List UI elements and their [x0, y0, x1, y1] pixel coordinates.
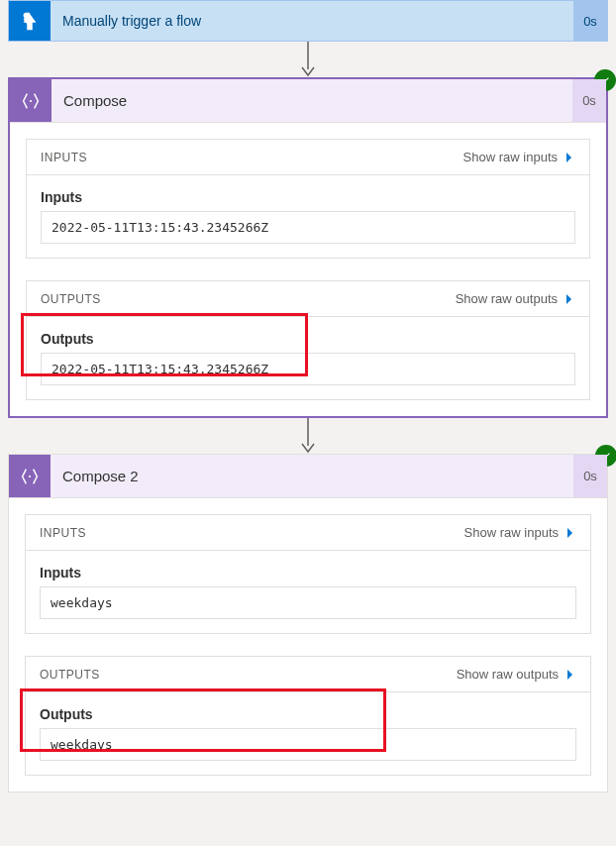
trigger-card[interactable]: Manually trigger a flow 0s: [8, 0, 608, 42]
outputs-panel: OUTPUTS Show raw outputs Outputs 2022-05…: [26, 280, 590, 400]
raw-link-label: Show raw outputs: [457, 667, 559, 682]
svg-point-3: [30, 99, 32, 101]
outputs-value: weekdays: [40, 728, 576, 761]
outputs-header: OUTPUTS: [41, 292, 101, 306]
chevron-right-icon: [564, 293, 575, 305]
inputs-value: weekdays: [40, 586, 576, 619]
trigger-duration: 0s: [573, 1, 607, 41]
inputs-header: INPUTS: [40, 526, 86, 540]
show-raw-outputs-link[interactable]: Show raw outputs: [457, 667, 576, 682]
show-raw-inputs-link[interactable]: Show raw inputs: [464, 525, 576, 540]
compose-card[interactable]: Compose 0s INPUTS Show raw inputs Inputs…: [8, 77, 608, 418]
compose-icon: [10, 79, 51, 122]
chevron-right-icon: [564, 152, 575, 163]
outputs-field-label: Outputs: [41, 331, 575, 347]
action-header[interactable]: Compose 2 0s: [9, 455, 607, 498]
raw-link-label: Show raw inputs: [463, 150, 558, 164]
chevron-right-icon: [565, 669, 576, 681]
outputs-panel: OUTPUTS Show raw outputs Outputs weekday…: [25, 656, 591, 776]
flow-arrow: [8, 418, 608, 454]
show-raw-outputs-link[interactable]: Show raw outputs: [456, 291, 575, 306]
inputs-panel: INPUTS Show raw inputs Inputs weekdays: [25, 514, 591, 634]
action-duration: 0s: [573, 455, 607, 497]
inputs-panel: INPUTS Show raw inputs Inputs 2022-05-11…: [26, 139, 590, 259]
compose-card[interactable]: Compose 2 0s INPUTS Show raw inputs Inpu…: [8, 454, 608, 793]
action-title: Compose 2: [51, 455, 573, 497]
compose-icon: [9, 455, 51, 497]
svg-rect-1: [25, 16, 29, 22]
manual-trigger-icon: [9, 1, 51, 41]
outputs-field-label: Outputs: [40, 706, 576, 722]
inputs-field-label: Inputs: [40, 565, 576, 581]
action-title: Compose: [51, 79, 572, 122]
trigger-title: Manually trigger a flow: [51, 1, 573, 41]
inputs-header: INPUTS: [41, 151, 87, 164]
inputs-field-label: Inputs: [41, 189, 575, 205]
action-duration: 0s: [572, 79, 606, 122]
outputs-header: OUTPUTS: [40, 668, 100, 682]
chevron-right-icon: [565, 527, 576, 539]
flow-arrow: [8, 42, 608, 77]
raw-link-label: Show raw inputs: [464, 525, 559, 540]
action-header[interactable]: Compose 0s: [10, 79, 606, 123]
inputs-value: 2022-05-11T13:15:43.2345266Z: [41, 211, 575, 244]
raw-link-label: Show raw outputs: [456, 291, 558, 306]
svg-point-5: [29, 475, 31, 476]
show-raw-inputs-link[interactable]: Show raw inputs: [463, 150, 575, 164]
outputs-value: 2022-05-11T13:15:43.2345266Z: [41, 353, 575, 385]
